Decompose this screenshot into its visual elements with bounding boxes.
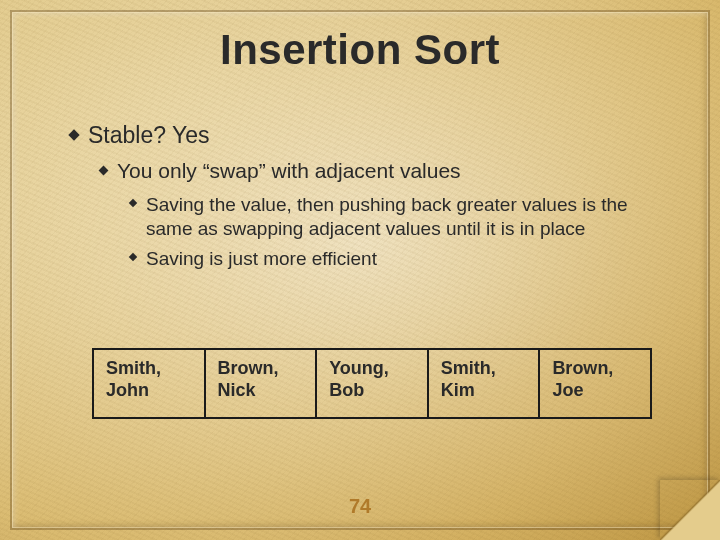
table-cell: Brown, Nick [205, 349, 317, 418]
bullet-text: Stable? Yes [88, 122, 210, 149]
bullet-text: Saving the value, then pushing back grea… [146, 193, 660, 241]
table-cell: Brown, Joe [539, 349, 651, 418]
bullet-text: Saving is just more efficient [146, 247, 377, 271]
diamond-bullet-icon [99, 166, 109, 176]
names-table-wrap: Smith, John Brown, Nick Young, Bob Smith… [92, 348, 660, 419]
diamond-bullet-icon [129, 252, 137, 260]
bullet-text: You only “swap” with adjacent values [117, 159, 461, 183]
bullet-level-1: Stable? Yes [70, 122, 660, 149]
diamond-bullet-icon [129, 199, 137, 207]
bullet-level-2: You only “swap” with adjacent values [100, 159, 660, 183]
table-cell: Smith, Kim [428, 349, 540, 418]
page-number: 74 [0, 495, 720, 518]
diamond-bullet-icon [68, 129, 79, 140]
content-area: Stable? Yes You only “swap” with adjacen… [70, 122, 660, 276]
bullet-level-3: Saving is just more efficient [130, 247, 660, 271]
bullet-level-3: Saving the value, then pushing back grea… [130, 193, 660, 241]
slide: Insertion Sort Stable? Yes You only “swa… [0, 0, 720, 540]
page-title: Insertion Sort [0, 26, 720, 74]
table-cell: Smith, John [93, 349, 205, 418]
table-cell: Young, Bob [316, 349, 428, 418]
names-table: Smith, John Brown, Nick Young, Bob Smith… [92, 348, 652, 419]
table-row: Smith, John Brown, Nick Young, Bob Smith… [93, 349, 651, 418]
